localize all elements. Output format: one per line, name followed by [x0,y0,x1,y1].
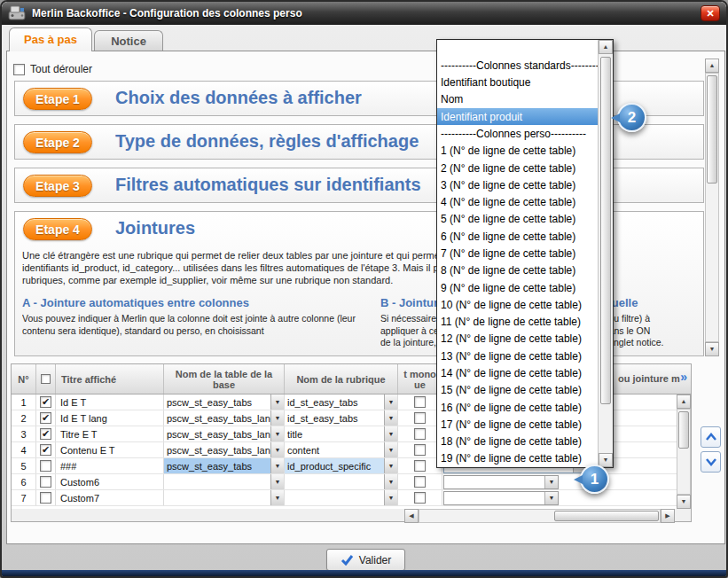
tab-pas-a-pas[interactable]: Pas à pas [9,27,92,51]
scroll-down-icon[interactable]: ▼ [705,342,719,356]
field-name-select[interactable]: id_st_easy_tabs▼ [285,394,398,410]
dropdown-item[interactable]: 4 (N° de ligne de cette table) [437,194,598,211]
dropdown-item[interactable]: 15 (N° de ligne de cette table) [437,382,598,399]
field-name-select[interactable]: ▼ [285,490,398,505]
dropdown-item[interactable]: Nom [437,91,598,108]
table-name-select[interactable]: pscw_st_easy_tabs_lang▼ [164,426,285,441]
dropdown-arrow-icon[interactable]: ▼ [384,394,397,410]
dropdown-item[interactable]: ----------Colonnes standards---------- [437,57,598,74]
header-table-name[interactable]: Nom de la table de la base [164,364,285,394]
mono-checkbox[interactable] [414,476,426,488]
header-num[interactable]: N° [12,364,36,394]
dropdown-arrow-icon[interactable]: ▼ [384,410,397,426]
step3-badge[interactable]: Etape 3 [23,175,92,197]
dropdown-arrow-icon[interactable]: ▼ [270,394,284,410]
close-icon[interactable]: ✕ [701,5,720,21]
dropdown-item[interactable]: 11 (N° de ligne de cette table) [437,314,598,331]
dropdown-item[interactable]: Identifiant boutique [437,74,598,91]
dropdown-item[interactable]: 13 (N° de ligne de cette table) [437,348,598,364]
dropdown-arrow-icon[interactable]: ▼ [270,442,284,457]
table-name-select[interactable]: pscw_st_easy_tabs▼ [164,394,285,410]
move-row-down-button[interactable] [701,451,721,473]
row-title-cell[interactable]: Id E T lang [56,410,164,426]
dropdown-item[interactable]: 8 (N° de ligne de cette table) [437,262,598,279]
field-name-select[interactable]: id_st_easy_tabs▼ [285,410,398,426]
dropdown-arrow-icon[interactable]: ▼ [384,490,397,505]
tab-notice[interactable]: Notice [94,30,163,51]
scroll-up-icon[interactable]: ▲ [599,40,613,54]
dropdown-item[interactable]: 6 (N° de ligne de cette table) [437,228,598,245]
dropdown-arrow-icon[interactable]: ▼ [270,490,284,505]
scrollbar-track[interactable] [419,509,661,523]
table-name-select[interactable]: pscw_st_easy_tabs▼ [164,458,285,473]
field-name-select[interactable]: ▼ [285,474,398,489]
row-checkbox[interactable] [40,460,51,472]
row-title-cell[interactable]: Custom6 [56,474,164,489]
step4-badge[interactable]: Etape 4 [23,218,92,240]
row-title-cell[interactable]: Contenu E T [56,442,164,457]
row-checkbox[interactable] [40,476,51,488]
dropdown-arrow-icon[interactable]: ▼ [270,410,284,426]
title-bar[interactable]: Merlin Backoffice - Configuration des co… [2,2,726,25]
scrollbar-thumb[interactable] [707,75,717,184]
mono-checkbox[interactable] [414,428,426,440]
scroll-right-icon[interactable]: ▶ [661,509,675,523]
field-name-select[interactable]: content▼ [285,442,398,457]
row-title-cell[interactable]: Titre E T [56,426,164,441]
header-field-name[interactable]: Nom de la rubrique [285,364,398,394]
dropdown-arrow-icon[interactable]: ▼ [384,426,397,441]
dropdown-arrow-icon[interactable]: ▼ [384,458,397,473]
validate-button[interactable]: Valider [326,549,405,571]
dropdown-item[interactable]: ----------Colonnes perso---------- [437,125,598,142]
step1-badge[interactable]: Etape 1 [23,88,92,110]
table-row[interactable]: 7Custom7▼▼▼ [12,490,677,506]
dropdown-arrow-icon[interactable]: ▼ [544,476,558,488]
field-name-select[interactable]: id_product_specific▼ [285,458,398,473]
dropdown-arrow-icon[interactable]: ▼ [384,474,397,489]
dropdown-item[interactable]: 10 (N° de ligne de cette table) [437,296,598,313]
header-check[interactable] [36,364,56,394]
scrollbar-thumb[interactable] [554,511,659,521]
row-title-cell[interactable]: Id E T [56,394,164,410]
row-title-cell[interactable]: Custom7 [56,490,164,505]
table-name-select[interactable]: ▼ [164,490,285,505]
scroll-up-icon[interactable]: ▲ [705,59,719,73]
expand-all-checkbox[interactable] [13,64,25,75]
join-select[interactable]: ▼ [443,491,559,505]
dropdown-item[interactable] [437,40,598,57]
dropdown-item[interactable]: 14 (N° de ligne de cette table) [437,364,598,381]
mono-checkbox[interactable] [414,444,426,456]
dropdown-arrow-icon[interactable]: ▼ [270,458,284,473]
row-title-cell[interactable]: ### [56,458,164,473]
dropdown-item[interactable]: 5 (N° de ligne de cette table) [437,211,598,228]
row-checkbox[interactable]: ✔ [40,444,51,456]
dropdown-item[interactable]: 1 (N° de ligne de cette table) [437,143,598,160]
dropdown-item[interactable]: 2 (N° de ligne de cette table) [437,160,598,176]
dropdown-item[interactable]: 19 (N° de ligne de cette table) [437,450,598,467]
row-checkbox[interactable]: ✔ [40,412,51,424]
row-checkbox[interactable]: ✔ [40,428,51,440]
scroll-down-icon[interactable]: ▼ [677,495,691,509]
dropdown-item[interactable]: 17 (N° de ligne de cette table) [437,416,598,433]
mono-checkbox[interactable] [414,396,426,408]
row-checkbox[interactable] [40,492,51,504]
table-name-select[interactable]: pscw_st_easy_tabs_lang▼ [164,442,285,457]
dropdown-arrow-icon[interactable]: ▼ [270,426,284,441]
mono-checkbox[interactable] [414,412,426,424]
dropdown-arrow-icon[interactable]: ▼ [544,492,558,504]
mono-checkbox[interactable] [414,492,426,504]
scrollbar-track[interactable] [677,409,691,495]
join-select[interactable]: ▼ [443,475,559,489]
row-checkbox[interactable]: ✔ [40,396,51,408]
scrollbar-track[interactable] [705,73,719,342]
sort-icon[interactable]: » [680,371,687,382]
dropdown-item[interactable]: Identifiant produit [437,108,598,125]
dropdown-item[interactable]: 7 (N° de ligne de cette table) [437,245,598,262]
table-name-select[interactable]: pscw_st_easy_tabs_lang▼ [164,410,285,426]
dropdown-item[interactable]: 3 (N° de ligne de cette table) [437,176,598,193]
scrollbar-thumb[interactable] [678,411,689,449]
dropdown-arrow-icon[interactable]: ▼ [270,474,284,489]
dropdown-item[interactable]: 9 (N° de ligne de cette table) [437,279,598,296]
move-row-up-button[interactable] [701,426,721,448]
dropdown-item[interactable]: 12 (N° de ligne de cette table) [437,331,598,348]
